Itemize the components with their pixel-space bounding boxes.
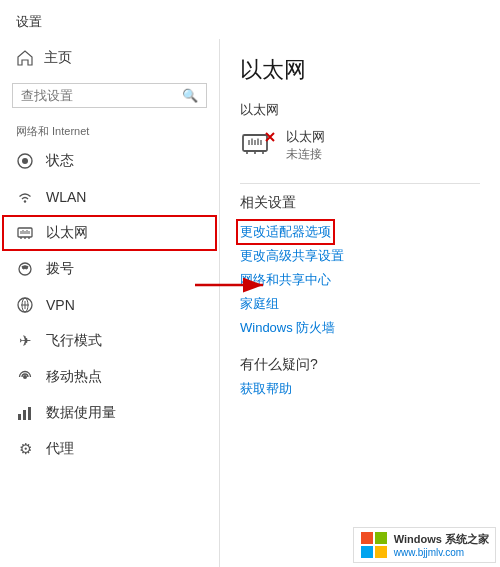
status-icon xyxy=(16,152,34,170)
svg-point-2 xyxy=(24,200,26,202)
network-status-item: 以太网 未连接 xyxy=(240,127,480,163)
link-firewall[interactable]: Windows 防火墙 xyxy=(240,316,480,340)
sidebar-item-dialup[interactable]: 拨号 xyxy=(0,251,219,287)
sidebar-item-proxy-label: 代理 xyxy=(46,440,74,458)
hotspot-icon xyxy=(16,368,34,386)
sidebar-item-datausage-label: 数据使用量 xyxy=(46,404,116,422)
link-adapter[interactable]: 更改适配器选项 xyxy=(240,220,331,244)
sidebar-item-hotspot-label: 移动热点 xyxy=(46,368,102,386)
network-status-section: 以太网 以太网 未连接 xyxy=(240,101,480,163)
sidebar-item-datausage[interactable]: 数据使用量 xyxy=(0,395,219,431)
search-input[interactable] xyxy=(21,88,182,103)
sidebar-item-vpn[interactable]: VPN xyxy=(0,287,219,323)
svg-rect-13 xyxy=(375,532,387,544)
right-panel: 以太网 以太网 以太网 xyxy=(220,39,500,567)
sidebar-category: 网络和 Internet xyxy=(0,114,219,143)
svg-rect-8 xyxy=(18,414,21,420)
ethernet-highlight-box xyxy=(2,215,217,251)
watermark-line1: Windows 系统之家 xyxy=(394,532,489,547)
watermark: Windows 系统之家 www.bjjmlv.com xyxy=(353,527,496,563)
svg-rect-12 xyxy=(361,532,373,544)
main-content: 主页 🔍 网络和 Internet 状态 xyxy=(0,39,500,567)
sidebar-item-vpn-label: VPN xyxy=(46,297,75,313)
sidebar-item-wlan[interactable]: WLAN xyxy=(0,179,219,215)
search-icon: 🔍 xyxy=(182,88,198,103)
sidebar-item-home[interactable]: 主页 xyxy=(0,39,219,77)
sidebar-item-airplane[interactable]: ✈ 飞行模式 xyxy=(0,323,219,359)
related-settings-title: 相关设置 xyxy=(240,194,480,212)
sidebar-item-wlan-label: WLAN xyxy=(46,189,86,205)
help-section: 有什么疑问? 获取帮助 xyxy=(240,356,480,398)
svg-rect-9 xyxy=(23,410,26,420)
sidebar: 主页 🔍 网络和 Internet 状态 xyxy=(0,39,220,567)
network-name: 以太网 xyxy=(286,128,325,146)
ethernet-icon xyxy=(16,224,34,242)
windows-logo xyxy=(360,531,388,559)
datausage-icon xyxy=(16,404,34,422)
help-link[interactable]: 获取帮助 xyxy=(240,380,480,398)
settings-window: 设置 主页 🔍 网络和 Internet xyxy=(0,0,500,567)
link-homegroup[interactable]: 家庭组 xyxy=(240,292,480,316)
sidebar-item-status[interactable]: 状态 xyxy=(0,143,219,179)
network-large-icon xyxy=(240,127,276,163)
link-sharing[interactable]: 更改高级共享设置 xyxy=(240,244,480,268)
search-box[interactable]: 🔍 xyxy=(12,83,207,108)
svg-rect-10 xyxy=(28,407,31,420)
network-info: 以太网 未连接 xyxy=(286,128,325,163)
watermark-text: Windows 系统之家 www.bjjmlv.com xyxy=(394,532,489,558)
related-settings: 相关设置 更改适配器选项 更改高级共享设置 网络和共享中心 家庭组 Window… xyxy=(240,194,480,340)
sidebar-item-dialup-label: 拨号 xyxy=(46,260,74,278)
title-bar: 设置 xyxy=(0,0,500,39)
svg-point-7 xyxy=(23,375,27,379)
sidebar-item-ethernet-label: 以太网 xyxy=(46,224,88,242)
svg-rect-15 xyxy=(375,546,387,558)
help-title: 有什么疑问? xyxy=(240,356,480,374)
sidebar-home-label: 主页 xyxy=(44,49,72,67)
sidebar-item-proxy[interactable]: ⚙ 代理 xyxy=(0,431,219,467)
title-bar-text: 设置 xyxy=(16,14,42,29)
home-icon xyxy=(16,49,34,67)
svg-rect-14 xyxy=(361,546,373,558)
link-network-center[interactable]: 网络和共享中心 xyxy=(240,268,480,292)
network-status: 未连接 xyxy=(286,146,325,163)
vpn-icon xyxy=(16,296,34,314)
sidebar-item-airplane-label: 飞行模式 xyxy=(46,332,102,350)
page-title: 以太网 xyxy=(240,55,480,85)
arrow-indicator xyxy=(195,270,275,300)
sidebar-item-ethernet[interactable]: 以太网 xyxy=(0,215,219,251)
svg-point-1 xyxy=(22,158,28,164)
dialup-icon xyxy=(16,260,34,278)
divider xyxy=(240,183,480,184)
network-section-label: 以太网 xyxy=(240,101,480,119)
wlan-icon xyxy=(16,188,34,206)
sidebar-item-status-label: 状态 xyxy=(46,152,74,170)
sidebar-item-hotspot[interactable]: 移动热点 xyxy=(0,359,219,395)
proxy-icon: ⚙ xyxy=(16,440,34,458)
airplane-icon: ✈ xyxy=(16,332,34,350)
watermark-line2: www.bjjmlv.com xyxy=(394,547,489,558)
